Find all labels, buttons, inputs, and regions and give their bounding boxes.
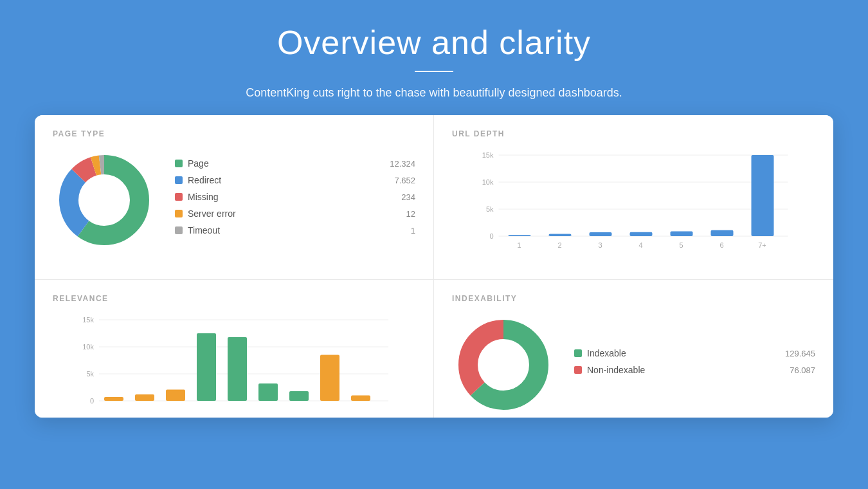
- header-subtitle: ContentKing cuts right to the chase with…: [0, 86, 868, 100]
- legend-item-redirect: Redirect 7.652: [175, 175, 415, 185]
- svg-text:5k: 5k: [86, 370, 94, 378]
- panel-relevance-title: RELEVANCE: [53, 294, 415, 303]
- legend-item-server-error: Server error 12: [175, 208, 415, 219]
- svg-point-5: [82, 178, 127, 223]
- svg-rect-14: [509, 235, 531, 236]
- legend-item-missing: Missing 234: [175, 192, 415, 202]
- svg-rect-43: [320, 355, 339, 401]
- svg-rect-18: [671, 232, 693, 237]
- legend-value-redirect: 7.652: [383, 176, 415, 185]
- legend-dot-redirect: [175, 176, 183, 184]
- svg-rect-42: [289, 391, 309, 401]
- svg-text:7+: 7+: [758, 241, 766, 249]
- header: Overview and clarity ContentKing cuts ri…: [0, 0, 868, 115]
- legend-value-page: 12.324: [383, 159, 415, 169]
- panel-page-type: PAGE TYPE Page 12: [35, 115, 434, 280]
- donut-svg: [53, 149, 156, 252]
- legend-item-non-indexable: Non-indexable 76.087: [574, 365, 815, 375]
- svg-rect-37: [135, 394, 154, 401]
- indexability-donut: [452, 313, 555, 416]
- svg-rect-17: [630, 232, 653, 236]
- dashboard: PAGE TYPE Page 12: [35, 115, 833, 418]
- indexability-legend: Indexable 129.645 Non-indexable 76.087: [574, 348, 815, 382]
- svg-rect-19: [711, 230, 734, 236]
- svg-rect-36: [104, 397, 123, 401]
- svg-rect-39: [197, 333, 216, 401]
- legend-dot-non-indexable: [574, 366, 582, 374]
- indexability-content: Indexable 129.645 Non-indexable 76.087: [452, 313, 815, 416]
- svg-rect-20: [752, 155, 774, 236]
- svg-rect-15: [549, 234, 572, 236]
- legend-value-timeout: 1: [383, 226, 415, 235]
- indexability-svg: [452, 313, 555, 416]
- svg-text:1: 1: [517, 241, 521, 249]
- svg-rect-41: [258, 383, 278, 401]
- svg-text:2: 2: [557, 241, 561, 249]
- legend-value-non-indexable: 76.087: [783, 365, 815, 375]
- svg-text:10k: 10k: [82, 343, 94, 351]
- page-title: Overview and clarity: [0, 23, 868, 62]
- relevance-chart: 15k 10k 5k 0: [53, 313, 415, 418]
- svg-text:0: 0: [90, 397, 94, 405]
- panel-url-depth: URL DEPTH 15k 10k 5k 0: [434, 115, 833, 280]
- panel-relevance: RELEVANCE 15k 10k 5k 0: [35, 280, 434, 418]
- url-depth-svg: 15k 10k 5k 0: [452, 149, 815, 274]
- panel-indexability: INDEXABILITY Indexable 129.645: [434, 280, 833, 418]
- svg-rect-40: [228, 337, 247, 401]
- legend-dot-timeout: [175, 226, 183, 234]
- svg-text:10k: 10k: [482, 178, 494, 186]
- svg-text:6: 6: [719, 241, 723, 249]
- legend-item-page: Page 12.324: [175, 158, 415, 169]
- panel-indexability-title: INDEXABILITY: [452, 294, 815, 303]
- legend-value-indexable: 129.645: [783, 349, 815, 358]
- legend-label-timeout: Timeout: [188, 225, 383, 235]
- page-type-legend: Page 12.324 Redirect 7.652 Missing 234 S…: [175, 158, 415, 242]
- legend-dot-missing: [175, 193, 183, 201]
- legend-label-non-indexable: Non-indexable: [587, 365, 783, 375]
- svg-text:15k: 15k: [82, 316, 94, 324]
- relevance-svg: 15k 10k 5k 0: [53, 313, 415, 418]
- header-divider: [415, 71, 453, 72]
- page-type-content: Page 12.324 Redirect 7.652 Missing 234 S…: [53, 149, 415, 252]
- svg-text:4: 4: [638, 241, 642, 249]
- panel-page-type-title: PAGE TYPE: [53, 129, 415, 138]
- legend-item-indexable: Indexable 129.645: [574, 348, 815, 358]
- legend-label-server-error: Server error: [188, 208, 383, 219]
- svg-text:5k: 5k: [486, 205, 494, 213]
- legend-label-redirect: Redirect: [188, 175, 383, 185]
- url-depth-chart: 15k 10k 5k 0: [452, 149, 815, 268]
- legend-label-missing: Missing: [188, 192, 383, 202]
- legend-value-missing: 234: [383, 192, 415, 202]
- svg-text:3: 3: [598, 241, 602, 249]
- svg-rect-38: [166, 389, 185, 401]
- legend-label-page: Page: [188, 158, 383, 169]
- svg-point-47: [481, 342, 526, 387]
- panel-url-depth-title: URL DEPTH: [452, 129, 815, 138]
- svg-text:5: 5: [679, 241, 683, 249]
- legend-item-timeout: Timeout 1: [175, 225, 415, 235]
- svg-rect-16: [590, 232, 612, 236]
- legend-dot-server-error: [175, 210, 183, 217]
- legend-label-indexable: Indexable: [587, 348, 783, 358]
- svg-text:15k: 15k: [482, 151, 494, 159]
- svg-rect-44: [351, 396, 370, 401]
- legend-dot-page: [175, 160, 183, 167]
- page-type-donut: [53, 149, 156, 252]
- legend-dot-indexable: [574, 349, 582, 357]
- svg-text:0: 0: [489, 232, 493, 240]
- legend-value-server-error: 12: [383, 209, 415, 219]
